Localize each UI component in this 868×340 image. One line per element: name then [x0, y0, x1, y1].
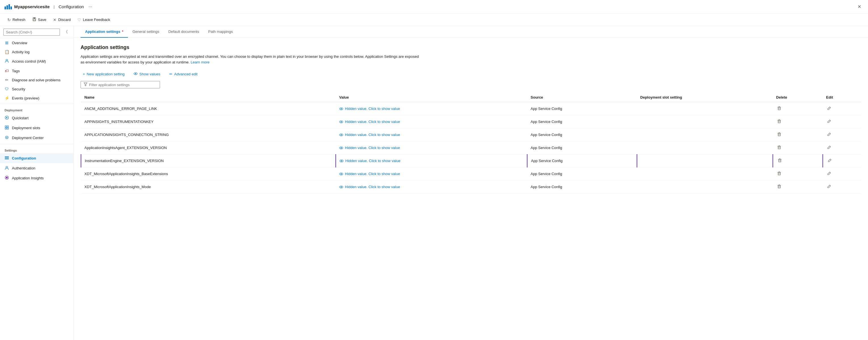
more-options-icon[interactable]: ··· [89, 4, 92, 9]
discard-button[interactable]: ✕ Discard [50, 16, 73, 23]
sidebar-search-area: 《 [0, 26, 73, 38]
cell-value[interactable]: Hidden value. Click to show value [336, 102, 527, 115]
svg-point-14 [6, 166, 8, 168]
eye-icon [134, 72, 137, 76]
sidebar-item-app-insights[interactable]: Application Insights [0, 173, 73, 183]
svg-rect-9 [7, 128, 8, 129]
delete-button[interactable] [776, 170, 782, 177]
cell-delete[interactable] [773, 115, 823, 128]
sidebar-item-activity-log[interactable]: 📋 Activity log [0, 47, 73, 56]
delete-button[interactable] [777, 157, 783, 164]
sidebar-item-configuration[interactable]: Configuration [0, 153, 73, 163]
cell-value[interactable]: Hidden value. Click to show value [336, 128, 527, 141]
search-input[interactable] [3, 29, 60, 36]
cell-deployment-slot [637, 102, 773, 115]
cell-delete[interactable] [773, 180, 823, 194]
sidebar-item-label: Diagnose and solve problems [12, 78, 60, 82]
close-button[interactable]: ✕ [855, 3, 864, 10]
sidebar-item-deployment-center[interactable]: Deployment Center [0, 133, 73, 143]
edit-row-button[interactable] [826, 118, 832, 125]
cell-delete[interactable] [773, 155, 823, 167]
filter-input[interactable] [89, 83, 157, 87]
delete-button[interactable] [776, 144, 782, 151]
sidebar-item-security[interactable]: 🛡 Security [0, 84, 73, 94]
sidebar-item-diagnose[interactable]: ✏ Diagnose and solve problems [0, 75, 73, 84]
sidebar-item-access-control[interactable]: Access control (IAM) [0, 56, 73, 66]
cell-delete[interactable] [773, 167, 823, 180]
cell-value[interactable]: Hidden value. Click to show value [336, 180, 527, 194]
table-row: InstrumentationEngine_EXTENSION_VERSION … [81, 155, 862, 167]
col-source: Source [527, 93, 637, 102]
tab-application-settings[interactable]: Application settings * [81, 26, 128, 38]
cell-value[interactable]: Hidden value. Click to show value [336, 155, 527, 167]
edit-row-button[interactable] [826, 144, 832, 151]
refresh-icon: ↻ [7, 18, 11, 22]
hidden-value-link[interactable]: Hidden value. Click to show value [339, 120, 524, 124]
cell-edit[interactable] [823, 155, 861, 167]
edit-row-button[interactable] [826, 131, 832, 138]
sidebar-item-deployment-slots[interactable]: Deployment slots [0, 123, 73, 133]
cell-edit[interactable] [823, 141, 861, 155]
advanced-edit-button[interactable]: ✏ Advanced edit [167, 71, 200, 77]
feedback-button[interactable]: ♡ Leave Feedback [74, 16, 113, 23]
delete-button[interactable] [776, 118, 782, 125]
cell-delete[interactable] [773, 141, 823, 155]
cell-delete[interactable] [773, 102, 823, 115]
content-area: Application settings * General settings … [74, 26, 868, 340]
tab-general-settings[interactable]: General settings [128, 26, 164, 38]
hidden-value-link[interactable]: Hidden value. Click to show value [340, 159, 523, 163]
cell-edit[interactable] [823, 180, 861, 194]
tab-default-documents[interactable]: Default documents [164, 26, 204, 38]
sidebar: 《 ⊞ Overview 📋 Activity log Access contr… [0, 26, 74, 340]
cell-value[interactable]: Hidden value. Click to show value [336, 115, 527, 128]
table-row: XDT_MicrosoftApplicationInsights_BaseExt… [81, 167, 862, 180]
cell-source: App Service Config [527, 180, 637, 194]
logo-icon [4, 4, 12, 9]
edit-row-button[interactable] [826, 170, 832, 177]
new-setting-button[interactable]: + New application setting [81, 71, 127, 77]
sidebar-item-tags[interactable]: 🏷 Tags [0, 66, 73, 75]
table-row: APPLICATIONINSIGHTS_CONNECTION_STRING Hi… [81, 128, 862, 141]
refresh-button[interactable]: ↻ Refresh [4, 16, 28, 23]
svg-marker-19 [84, 83, 87, 86]
sidebar-item-label: Overview [12, 41, 27, 45]
discard-icon: ✕ [53, 18, 57, 22]
delete-button[interactable] [776, 183, 782, 191]
tab-path-mappings[interactable]: Path mappings [204, 26, 238, 38]
delete-button[interactable] [776, 131, 782, 138]
sidebar-item-events[interactable]: ⚡ Events (preview) [0, 94, 73, 103]
sidebar-item-overview[interactable]: ⊞ Overview [0, 38, 73, 47]
cell-value[interactable]: Hidden value. Click to show value [336, 167, 527, 180]
cell-name: APPLICATIONINSIGHTS_CONNECTION_STRING [81, 128, 336, 141]
hidden-value-link[interactable]: Hidden value. Click to show value [339, 172, 524, 176]
collapse-button[interactable]: 《 [62, 28, 70, 36]
edit-icon: ✏ [169, 72, 173, 76]
hidden-value-link[interactable]: Hidden value. Click to show value [339, 185, 524, 189]
cell-delete[interactable] [773, 128, 823, 141]
settings-table: Name Value Source Deployment slot settin… [81, 93, 861, 194]
sidebar-item-label: Events (preview) [12, 96, 39, 100]
sidebar-item-authentication[interactable]: Authentication [0, 163, 73, 173]
sidebar-item-label: Authentication [12, 166, 35, 170]
edit-row-button[interactable] [826, 183, 832, 191]
cell-edit[interactable] [823, 102, 861, 115]
svg-rect-43 [778, 146, 780, 149]
cell-value[interactable]: Hidden value. Click to show value [336, 141, 527, 155]
svg-point-35 [341, 134, 342, 135]
hidden-value-link[interactable]: Hidden value. Click to show value [339, 133, 524, 137]
show-values-button[interactable]: Show values [131, 71, 162, 78]
sidebar-item-quickstart[interactable]: Quickstart [0, 113, 73, 123]
cell-edit[interactable] [823, 128, 861, 141]
learn-more-link[interactable]: Learn more [191, 60, 209, 64]
save-button[interactable]: Save [30, 16, 49, 23]
cell-edit[interactable] [823, 115, 861, 128]
hidden-value-link[interactable]: Hidden value. Click to show value [339, 146, 524, 150]
tab-label: Application settings [85, 30, 120, 34]
table-row: XDT_MicrosoftApplicationInsights_Mode Hi… [81, 180, 862, 194]
cell-edit[interactable] [823, 167, 861, 180]
edit-row-button[interactable] [826, 105, 832, 112]
hidden-value-link[interactable]: Hidden value. Click to show value [339, 106, 524, 111]
edit-row-button[interactable] [827, 157, 833, 164]
delete-button[interactable] [776, 105, 782, 112]
svg-rect-36 [778, 133, 780, 136]
